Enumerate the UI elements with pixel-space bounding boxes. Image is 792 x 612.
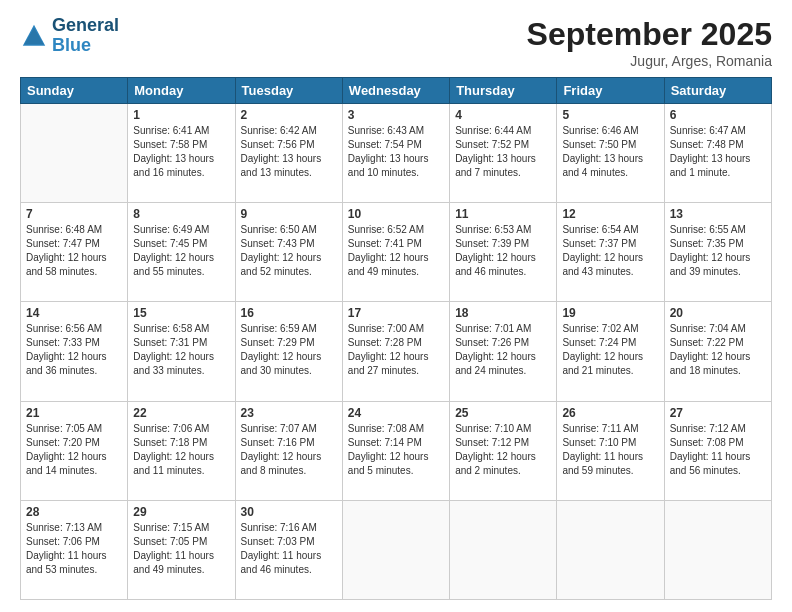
day-number: 19	[562, 306, 658, 320]
sunrise-text: Sunrise: 7:07 AM	[241, 423, 317, 434]
calendar-cell: 11Sunrise: 6:53 AMSunset: 7:39 PMDayligh…	[450, 203, 557, 302]
calendar-cell: 7Sunrise: 6:48 AMSunset: 7:47 PMDaylight…	[21, 203, 128, 302]
calendar-cell: 26Sunrise: 7:11 AMSunset: 7:10 PMDayligh…	[557, 401, 664, 500]
sunset-text: Sunset: 7:31 PM	[133, 337, 207, 348]
sunset-text: Sunset: 7:54 PM	[348, 139, 422, 150]
logo-line1: General	[52, 16, 119, 36]
header-thursday: Thursday	[450, 78, 557, 104]
sunset-text: Sunset: 7:33 PM	[26, 337, 100, 348]
day-info: Sunrise: 7:04 AMSunset: 7:22 PMDaylight:…	[670, 322, 766, 378]
day-number: 1	[133, 108, 229, 122]
day-info: Sunrise: 6:41 AMSunset: 7:58 PMDaylight:…	[133, 124, 229, 180]
calendar-week-row: 28Sunrise: 7:13 AMSunset: 7:06 PMDayligh…	[21, 500, 772, 599]
calendar-cell: 10Sunrise: 6:52 AMSunset: 7:41 PMDayligh…	[342, 203, 449, 302]
calendar-cell: 12Sunrise: 6:54 AMSunset: 7:37 PMDayligh…	[557, 203, 664, 302]
day-info: Sunrise: 6:55 AMSunset: 7:35 PMDaylight:…	[670, 223, 766, 279]
day-info: Sunrise: 6:59 AMSunset: 7:29 PMDaylight:…	[241, 322, 337, 378]
day-number: 22	[133, 406, 229, 420]
day-number: 10	[348, 207, 444, 221]
calendar-cell: 5Sunrise: 6:46 AMSunset: 7:50 PMDaylight…	[557, 104, 664, 203]
daylight-text: Daylight: 12 hours and 8 minutes.	[241, 451, 322, 476]
daylight-text: Daylight: 12 hours and 24 minutes.	[455, 351, 536, 376]
logo: General Blue	[20, 16, 119, 56]
daylight-text: Daylight: 11 hours and 56 minutes.	[670, 451, 751, 476]
sunrise-text: Sunrise: 6:44 AM	[455, 125, 531, 136]
header-saturday: Saturday	[664, 78, 771, 104]
calendar-cell: 16Sunrise: 6:59 AMSunset: 7:29 PMDayligh…	[235, 302, 342, 401]
sunset-text: Sunset: 7:26 PM	[455, 337, 529, 348]
day-info: Sunrise: 6:58 AMSunset: 7:31 PMDaylight:…	[133, 322, 229, 378]
sunrise-text: Sunrise: 7:01 AM	[455, 323, 531, 334]
sunrise-text: Sunrise: 7:15 AM	[133, 522, 209, 533]
sunrise-text: Sunrise: 7:12 AM	[670, 423, 746, 434]
day-number: 23	[241, 406, 337, 420]
calendar-cell: 9Sunrise: 6:50 AMSunset: 7:43 PMDaylight…	[235, 203, 342, 302]
day-info: Sunrise: 6:42 AMSunset: 7:56 PMDaylight:…	[241, 124, 337, 180]
header-tuesday: Tuesday	[235, 78, 342, 104]
sunset-text: Sunset: 7:18 PM	[133, 437, 207, 448]
sunset-text: Sunset: 7:35 PM	[670, 238, 744, 249]
day-info: Sunrise: 6:44 AMSunset: 7:52 PMDaylight:…	[455, 124, 551, 180]
calendar-cell: 23Sunrise: 7:07 AMSunset: 7:16 PMDayligh…	[235, 401, 342, 500]
sunset-text: Sunset: 7:56 PM	[241, 139, 315, 150]
calendar-cell: 2Sunrise: 6:42 AMSunset: 7:56 PMDaylight…	[235, 104, 342, 203]
calendar-week-row: 14Sunrise: 6:56 AMSunset: 7:33 PMDayligh…	[21, 302, 772, 401]
day-number: 16	[241, 306, 337, 320]
day-info: Sunrise: 6:56 AMSunset: 7:33 PMDaylight:…	[26, 322, 122, 378]
calendar-cell: 8Sunrise: 6:49 AMSunset: 7:45 PMDaylight…	[128, 203, 235, 302]
sunset-text: Sunset: 7:10 PM	[562, 437, 636, 448]
header-wednesday: Wednesday	[342, 78, 449, 104]
weekday-header-row: Sunday Monday Tuesday Wednesday Thursday…	[21, 78, 772, 104]
sunset-text: Sunset: 7:16 PM	[241, 437, 315, 448]
calendar-cell: 6Sunrise: 6:47 AMSunset: 7:48 PMDaylight…	[664, 104, 771, 203]
day-info: Sunrise: 6:50 AMSunset: 7:43 PMDaylight:…	[241, 223, 337, 279]
daylight-text: Daylight: 11 hours and 49 minutes.	[133, 550, 214, 575]
page-container: General Blue September 2025 Jugur, Arges…	[0, 0, 792, 612]
daylight-text: Daylight: 12 hours and 30 minutes.	[241, 351, 322, 376]
calendar-cell: 13Sunrise: 6:55 AMSunset: 7:35 PMDayligh…	[664, 203, 771, 302]
daylight-text: Daylight: 12 hours and 2 minutes.	[455, 451, 536, 476]
sunrise-text: Sunrise: 7:04 AM	[670, 323, 746, 334]
sunset-text: Sunset: 7:58 PM	[133, 139, 207, 150]
header-monday: Monday	[128, 78, 235, 104]
header-sunday: Sunday	[21, 78, 128, 104]
daylight-text: Daylight: 12 hours and 33 minutes.	[133, 351, 214, 376]
calendar-cell: 15Sunrise: 6:58 AMSunset: 7:31 PMDayligh…	[128, 302, 235, 401]
daylight-text: Daylight: 11 hours and 53 minutes.	[26, 550, 107, 575]
svg-marker-1	[24, 27, 44, 44]
daylight-text: Daylight: 12 hours and 43 minutes.	[562, 252, 643, 277]
daylight-text: Daylight: 12 hours and 46 minutes.	[455, 252, 536, 277]
calendar-cell	[21, 104, 128, 203]
day-number: 11	[455, 207, 551, 221]
day-info: Sunrise: 6:47 AMSunset: 7:48 PMDaylight:…	[670, 124, 766, 180]
calendar-cell	[342, 500, 449, 599]
sunset-text: Sunset: 7:24 PM	[562, 337, 636, 348]
day-number: 21	[26, 406, 122, 420]
daylight-text: Daylight: 11 hours and 59 minutes.	[562, 451, 643, 476]
sunrise-text: Sunrise: 7:11 AM	[562, 423, 638, 434]
sunrise-text: Sunrise: 6:46 AM	[562, 125, 638, 136]
day-info: Sunrise: 6:54 AMSunset: 7:37 PMDaylight:…	[562, 223, 658, 279]
calendar-cell: 19Sunrise: 7:02 AMSunset: 7:24 PMDayligh…	[557, 302, 664, 401]
day-info: Sunrise: 7:08 AMSunset: 7:14 PMDaylight:…	[348, 422, 444, 478]
day-number: 4	[455, 108, 551, 122]
day-info: Sunrise: 7:10 AMSunset: 7:12 PMDaylight:…	[455, 422, 551, 478]
day-info: Sunrise: 7:16 AMSunset: 7:03 PMDaylight:…	[241, 521, 337, 577]
sunset-text: Sunset: 7:52 PM	[455, 139, 529, 150]
sunset-text: Sunset: 7:08 PM	[670, 437, 744, 448]
day-number: 27	[670, 406, 766, 420]
day-number: 20	[670, 306, 766, 320]
daylight-text: Daylight: 13 hours and 16 minutes.	[133, 153, 214, 178]
logo-line2: Blue	[52, 36, 119, 56]
header-friday: Friday	[557, 78, 664, 104]
page-header: General Blue September 2025 Jugur, Arges…	[20, 16, 772, 69]
daylight-text: Daylight: 12 hours and 36 minutes.	[26, 351, 107, 376]
day-info: Sunrise: 7:06 AMSunset: 7:18 PMDaylight:…	[133, 422, 229, 478]
day-number: 15	[133, 306, 229, 320]
daylight-text: Daylight: 12 hours and 55 minutes.	[133, 252, 214, 277]
sunset-text: Sunset: 7:41 PM	[348, 238, 422, 249]
sunset-text: Sunset: 7:12 PM	[455, 437, 529, 448]
sunrise-text: Sunrise: 7:10 AM	[455, 423, 531, 434]
calendar-cell: 4Sunrise: 6:44 AMSunset: 7:52 PMDaylight…	[450, 104, 557, 203]
calendar-cell: 25Sunrise: 7:10 AMSunset: 7:12 PMDayligh…	[450, 401, 557, 500]
